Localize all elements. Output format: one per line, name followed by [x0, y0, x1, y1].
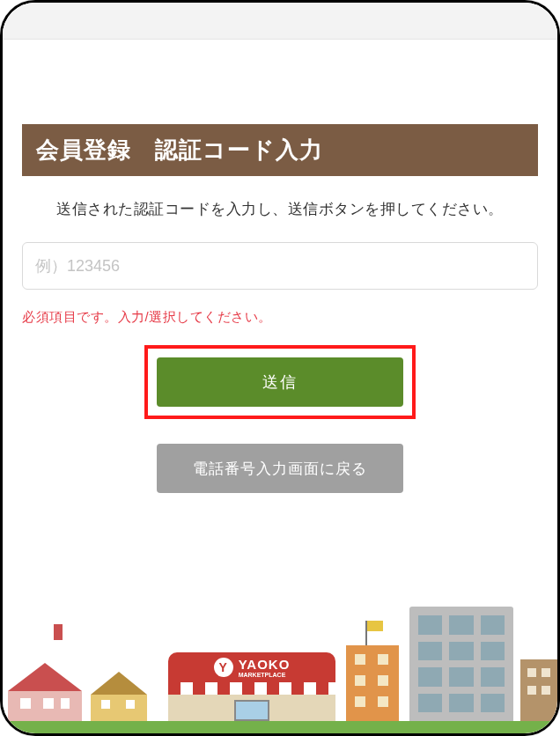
status-bar: [3, 3, 557, 40]
verification-code-input[interactable]: [22, 242, 538, 290]
building-grey-icon: [409, 607, 513, 721]
yaoko-store-icon: Y YAOKO MARKETPLACE: [168, 652, 335, 721]
footer-illustration: Y YAOKO MARKETPLACE: [3, 601, 557, 733]
instruction-text: 送信された認証コードを入力し、送信ボタンを押してください。: [22, 199, 538, 219]
device-frame: 会員登録 認証コード入力 送信された認証コードを入力し、送信ボタンを押してくださ…: [0, 0, 560, 736]
app-screen: 会員登録 認証コード入力 送信された認証コードを入力し、送信ボタンを押してくださ…: [3, 3, 557, 733]
main-content: 会員登録 認証コード入力 送信された認証コードを入力し、送信ボタンを押してくださ…: [3, 40, 557, 733]
submit-highlight-box: 送信: [144, 345, 416, 419]
button-group: 送信 電話番号入力画面に戻る: [22, 345, 538, 493]
error-message: 必須項目です。入力/選択してください。: [22, 309, 538, 326]
store-subtitle-text: MARKETPLACE: [239, 672, 291, 678]
house-yellow-icon: [91, 672, 147, 721]
ground-strip: [3, 721, 557, 733]
building-brown-icon: [520, 659, 557, 721]
yaoko-logo-badge-icon: Y: [214, 658, 233, 677]
building-orange-icon: [346, 645, 399, 721]
submit-button[interactable]: 送信: [157, 357, 403, 407]
back-button[interactable]: 電話番号入力画面に戻る: [157, 444, 403, 493]
page-title: 会員登録 認証コード入力: [22, 124, 538, 176]
house-pink-icon: [8, 663, 82, 721]
store-brand-text: YAOKO: [239, 657, 291, 672]
